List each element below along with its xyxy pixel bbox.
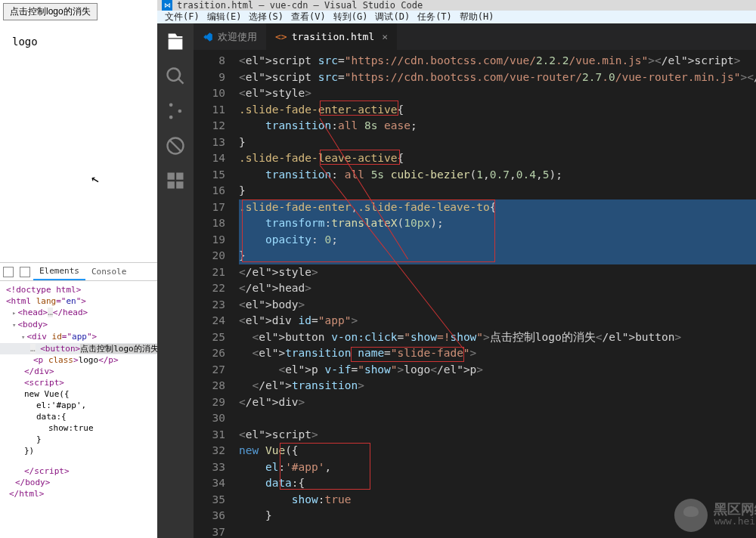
menu-view[interactable]: 查看(V)	[288, 11, 329, 23]
html-file-icon: <>	[275, 31, 287, 42]
line-gutter: 8910111213141516171819202122232425262728…	[194, 50, 239, 538]
tab-elements[interactable]: Elements	[33, 263, 85, 280]
browser-panel: 点击控制logo的消失 logo ↖ Elements Console <!do…	[0, 0, 157, 538]
vscode-tab-icon	[203, 32, 213, 42]
activity-bar	[157, 23, 194, 538]
logo-text: logo	[12, 36, 154, 48]
git-icon[interactable]	[165, 100, 186, 122]
search-icon[interactable]	[165, 66, 186, 87]
menu-goto[interactable]: 转到(G)	[330, 11, 371, 23]
inspect-icon[interactable]	[3, 267, 14, 277]
window-title: trasition.html — vue-cdn — Visual Studio…	[177, 0, 423, 11]
vscode-panel: ⋈ trasition.html — vue-cdn — Visual Stud…	[157, 0, 756, 538]
watermark-icon	[674, 499, 708, 532]
menu-select[interactable]: 选择(S)	[246, 11, 287, 23]
cursor-icon: ↖	[88, 169, 101, 187]
tab-trasition[interactable]: <> trasition.html ×	[266, 23, 397, 50]
vscode-icon: ⋈	[162, 0, 172, 11]
code-content[interactable]: <el">script src="https://cdn.bootcss.com…	[239, 50, 756, 538]
code-editor[interactable]: 8910111213141516171819202122232425262728…	[194, 50, 756, 538]
tab-welcome[interactable]: 欢迎使用	[194, 23, 266, 50]
watermark: 黑区网络 www.heiqu.com	[674, 499, 756, 532]
menu-edit[interactable]: 编辑(E)	[204, 11, 245, 23]
menu-help[interactable]: 帮助(H)	[457, 11, 497, 23]
debug-icon[interactable]	[165, 135, 186, 156]
window-titlebar: ⋈ trasition.html — vue-cdn — Visual Stud…	[157, 0, 756, 11]
devtools-panel: Elements Console <!doctype html> <html l…	[0, 262, 157, 502]
explorer-icon[interactable]	[165, 31, 186, 52]
menu-tasks[interactable]: 任务(T)	[414, 11, 455, 23]
device-icon[interactable]	[20, 267, 30, 277]
dom-tree[interactable]: <!doctype html> <html lang="en"> <head>……	[0, 281, 157, 502]
toggle-button[interactable]: 点击控制logo的消失	[3, 3, 98, 20]
menu-debug[interactable]: 调试(D)	[372, 11, 413, 23]
menu-file[interactable]: 文件(F)	[162, 11, 203, 23]
editor-tabs: 欢迎使用 <> trasition.html ×	[194, 23, 756, 50]
menu-bar[interactable]: 文件(F) 编辑(E) 选择(S) 查看(V) 转到(G) 调试(D) 任务(T…	[157, 11, 756, 23]
tab-console[interactable]: Console	[85, 264, 132, 280]
extensions-icon[interactable]	[165, 170, 186, 191]
close-icon[interactable]: ×	[382, 31, 388, 42]
